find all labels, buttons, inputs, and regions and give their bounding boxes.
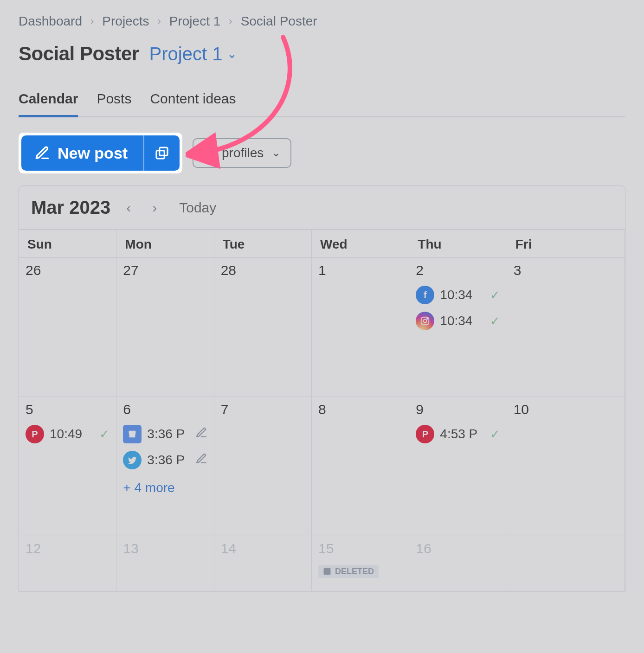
breadcrumb-item[interactable]: Dashboard	[19, 14, 82, 29]
day-number: 13	[123, 541, 207, 557]
svg-point-4	[427, 318, 428, 319]
event-time: 3:36 P	[147, 427, 189, 442]
calendar-cell[interactable]: 27	[116, 258, 214, 397]
calendar-event[interactable]: P 4:53 P ✓	[416, 425, 500, 443]
calendar-next-button[interactable]: ›	[147, 199, 162, 217]
calendar-event[interactable]: 3:36 P	[123, 451, 207, 469]
event-time: 3:36 P	[147, 453, 189, 467]
calendar-prev-button[interactable]: ‹	[121, 199, 136, 217]
svg-rect-5	[129, 434, 135, 437]
calendar-cell[interactable]: 9 P 4:53 P ✓	[409, 397, 507, 536]
deleted-label: DELETED	[335, 567, 374, 576]
day-header: Fri	[507, 230, 625, 258]
day-number: 26	[26, 262, 109, 278]
profiles-filter[interactable]: All profiles ⌄	[193, 138, 291, 168]
day-number: 3	[514, 262, 618, 278]
calendar: Mar 2023 ‹ › Today Sun Mon Tue Wed Thu F…	[19, 186, 625, 592]
day-number: 14	[221, 541, 305, 557]
day-number: 5	[26, 402, 109, 417]
day-number: 2	[416, 262, 500, 278]
event-time: 10:34	[440, 314, 484, 328]
calendar-cell[interactable]: 1	[312, 258, 409, 397]
day-header: Thu	[409, 230, 507, 258]
tab-calendar[interactable]: Calendar	[19, 88, 78, 117]
calendar-month-label: Mar 2023	[31, 197, 110, 218]
chevron-right-icon: ›	[157, 15, 161, 27]
breadcrumb-item[interactable]: Projects	[102, 14, 149, 29]
project-selector-label: Project 1	[149, 44, 223, 64]
chevron-right-icon: ›	[229, 15, 232, 27]
calendar-today-button[interactable]: Today	[179, 200, 216, 216]
tabs: Calendar Posts Content ideas	[19, 88, 625, 117]
chevron-down-icon: ⌄	[227, 47, 237, 61]
check-icon: ✓	[99, 427, 109, 442]
day-number: 7	[221, 402, 305, 417]
deleted-badge: DELETED	[318, 565, 379, 578]
day-number: 10	[514, 402, 618, 417]
day-number: 12	[26, 541, 109, 557]
calendar-cell[interactable]: 8	[312, 397, 409, 536]
day-number: 15	[318, 541, 402, 557]
new-post-button[interactable]: New post	[21, 135, 143, 171]
calendar-cell[interactable]: 5 P 10:49 ✓	[19, 397, 116, 536]
day-number: 9	[416, 402, 500, 417]
calendar-cell[interactable]: 14	[214, 536, 312, 592]
event-time: 10:49	[50, 427, 94, 442]
calendar-cell[interactable]: 26	[19, 258, 116, 397]
day-number: 27	[123, 262, 207, 278]
calendar-event[interactable]: 10:34 ✓	[416, 312, 500, 330]
calendar-event[interactable]: 3:36 P	[123, 425, 207, 443]
day-number: 1	[318, 262, 402, 278]
day-number: 16	[416, 541, 500, 557]
day-header: Wed	[312, 230, 409, 258]
tab-posts[interactable]: Posts	[97, 88, 131, 116]
more-events-link[interactable]: + 4 more	[123, 480, 174, 495]
pinterest-icon: P	[26, 425, 44, 443]
day-number: 6	[123, 402, 207, 417]
event-time: 10:34	[440, 288, 484, 302]
pencil-icon	[195, 453, 207, 468]
calendar-cell[interactable]: 2 f 10:34 ✓ 10:34 ✓	[409, 258, 507, 397]
calendar-cell[interactable]: 6 3:36 P 3:36 P	[116, 397, 214, 536]
svg-rect-0	[160, 147, 167, 155]
check-icon: ✓	[490, 314, 500, 328]
profiles-filter-label: All profiles	[204, 146, 264, 160]
google-business-icon	[123, 425, 142, 443]
pencil-icon	[34, 145, 50, 161]
calendar-cell[interactable]: 3	[507, 258, 625, 397]
page-title: Social Poster	[19, 43, 139, 65]
breadcrumb: Dashboard › Projects › Project 1 › Socia…	[19, 9, 625, 43]
calendar-cell[interactable]: 16	[409, 536, 507, 592]
day-number: 8	[318, 402, 402, 417]
pencil-icon	[195, 427, 207, 442]
check-icon: ✓	[490, 427, 500, 442]
calendar-cell[interactable]: 15 DELETED	[312, 536, 409, 592]
svg-point-3	[424, 319, 427, 322]
day-header: Sun	[19, 230, 116, 258]
calendar-cell[interactable]: 12	[19, 536, 116, 592]
calendar-event[interactable]: P 10:49 ✓	[26, 425, 109, 443]
calendar-event[interactable]: f 10:34 ✓	[416, 286, 500, 304]
calendar-cell[interactable]: 13	[116, 536, 214, 592]
new-post-highlight: New post	[19, 133, 182, 173]
day-header: Tue	[214, 230, 312, 258]
facebook-icon: f	[416, 286, 434, 304]
calendar-cell[interactable]	[507, 536, 625, 592]
day-header: Mon	[116, 230, 214, 258]
tab-content-ideas[interactable]: Content ideas	[150, 88, 236, 116]
check-icon: ✓	[490, 288, 500, 302]
svg-rect-1	[156, 151, 164, 159]
calendar-cell[interactable]: 10	[507, 397, 625, 536]
breadcrumb-item[interactable]: Project 1	[169, 14, 221, 29]
duplicate-post-button[interactable]	[144, 135, 180, 171]
calendar-cell[interactable]: 7	[214, 397, 312, 536]
project-selector[interactable]: Project 1 ⌄	[149, 44, 238, 64]
svg-rect-6	[323, 568, 330, 575]
pinterest-icon: P	[416, 425, 434, 443]
chevron-down-icon: ⌄	[272, 147, 280, 159]
linkedin-icon	[323, 567, 331, 576]
duplicate-icon	[155, 146, 169, 160]
event-time: 4:53 P	[440, 427, 484, 442]
calendar-cell[interactable]: 28	[214, 258, 312, 397]
day-number: 28	[221, 262, 305, 278]
